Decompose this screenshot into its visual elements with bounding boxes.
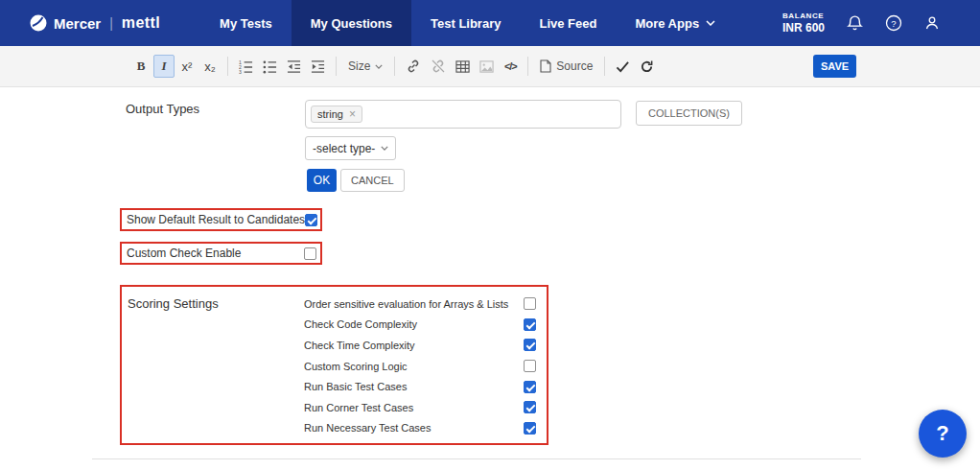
show-default-result-checkbox[interactable] [305, 214, 317, 226]
show-default-result-label: Show Default Result to Candidates [127, 213, 305, 226]
scoring-option-label: Run Necessary Test Cases [304, 422, 431, 434]
font-size-label: Size [348, 59, 370, 73]
annotation-box-show-default: Show Default Result to Candidates [120, 208, 322, 231]
cancel-button[interactable]: CANCEL [340, 169, 405, 192]
scoring-option-row: Custom Scoring Logic [304, 356, 536, 377]
nav-item-label: Live Feed [539, 16, 596, 31]
brand[interactable]: Mercer | mettl [29, 0, 160, 46]
scoring-option-checkbox[interactable] [524, 360, 536, 372]
nav-item-label: My Tests [220, 16, 272, 31]
annotation-box-scoring-settings: Scoring Settings Order sensitive evaluat… [120, 285, 548, 445]
scoring-option-checkbox[interactable] [524, 401, 536, 413]
editor-toolbar: B I x² x₂ 123 Size [0, 46, 980, 87]
font-size-dropdown[interactable]: Size [342, 55, 388, 78]
scoring-option-checkbox[interactable] [524, 422, 536, 435]
user-account-icon[interactable] [924, 15, 940, 31]
indent-icon[interactable] [307, 55, 329, 78]
nav-item-my-tests[interactable]: My Tests [200, 0, 292, 46]
chevron-down-icon [381, 146, 388, 151]
toolbar-separator [227, 57, 228, 76]
refresh-icon[interactable] [636, 55, 658, 78]
output-type-tag: string × [311, 106, 362, 123]
help-icon[interactable]: ? [885, 14, 902, 32]
link-icon[interactable] [402, 55, 425, 78]
outdent-icon[interactable] [283, 55, 305, 78]
superscript-button[interactable]: x² [176, 55, 198, 78]
image-icon[interactable] [476, 55, 498, 78]
scoring-option-row: Check Code Complexity [304, 315, 536, 336]
scoring-settings-label: Scoring Settings [128, 296, 219, 311]
svg-text:?: ? [891, 18, 896, 29]
scoring-option-row: Check Time Complexity [304, 335, 536, 356]
output-types-input[interactable]: string × [305, 100, 621, 129]
scoring-option-row: Order sensitive evaluation for Arrays & … [304, 294, 536, 315]
balance-value: INR 600 [782, 21, 825, 35]
scoring-option-label: Run Basic Test Cases [304, 381, 407, 392]
italic-button[interactable]: I [153, 55, 175, 78]
toolbar-separator [527, 57, 528, 76]
scoring-option-label: Run Corner Test Cases [304, 402, 413, 413]
scoring-option-label: Custom Scoring Logic [304, 361, 408, 372]
custom-check-enable-label: Custom Check Enable [127, 247, 241, 260]
nav-item-label: More Apps [635, 16, 699, 31]
nav-item-test-library[interactable]: Test Library [411, 0, 520, 46]
type-select-value: -select type- [313, 142, 375, 155]
tag-remove-icon[interactable]: × [349, 108, 356, 120]
nav-right: BALANCE INR 600 ? [782, 0, 980, 46]
bullet-list-icon[interactable] [259, 55, 281, 78]
scoring-option-checkbox[interactable] [524, 297, 536, 310]
brand-separator: | [109, 15, 113, 31]
table-icon[interactable] [452, 55, 474, 78]
svg-text:3: 3 [239, 69, 242, 74]
notifications-bell-icon[interactable] [847, 14, 863, 32]
mercer-logo-icon [29, 13, 48, 33]
toolbar-separator [336, 57, 337, 76]
save-button[interactable]: SAVE [813, 55, 856, 78]
balance-label: BALANCE [782, 12, 825, 21]
source-button[interactable]: Source [534, 55, 598, 78]
source-label: Source [556, 59, 593, 73]
scoring-option-label: Check Code Complexity [304, 318, 417, 330]
toolbar-separator [394, 57, 395, 76]
toolbar-separator [604, 57, 605, 76]
code-icon[interactable]: </> [500, 55, 521, 78]
scoring-option-label: Check Time Complexity [304, 340, 415, 351]
nav-item-more-apps[interactable]: More Apps [616, 0, 735, 46]
brand-mercer-text: Mercer [54, 15, 101, 32]
scoring-option-checkbox[interactable] [524, 339, 536, 351]
chevron-down-icon [706, 20, 715, 26]
content-bottom-divider [92, 458, 861, 459]
ok-button[interactable]: OK [307, 169, 337, 192]
scoring-option-row: Run Necessary Test Cases [304, 418, 536, 439]
page: Mercer | mettl My Tests My Questions Tes… [0, 0, 980, 470]
unlink-icon[interactable] [427, 55, 450, 78]
bold-button[interactable]: B [130, 55, 152, 78]
balance[interactable]: BALANCE INR 600 [782, 12, 825, 35]
main-nav: My Tests My Questions Test Library Live … [200, 0, 735, 46]
nav-item-label: Test Library [431, 16, 501, 31]
brand-mettl-text: mettl [122, 14, 160, 32]
scoring-option-checkbox[interactable] [524, 318, 536, 331]
scoring-option-label: Order sensitive evaluation for Arrays & … [304, 298, 508, 310]
chevron-down-icon [375, 64, 383, 69]
subscript-button[interactable]: x₂ [199, 55, 221, 78]
scoring-option-row: Run Corner Test Cases [304, 397, 536, 418]
scoring-options-list: Order sensitive evaluation for Arrays & … [304, 294, 536, 438]
nav-item-my-questions[interactable]: My Questions [292, 0, 411, 46]
annotation-box-custom-check: Custom Check Enable [120, 242, 322, 265]
help-fab-button[interactable]: ? [919, 410, 967, 458]
nav-item-label: My Questions [311, 16, 392, 31]
top-nav: Mercer | mettl My Tests My Questions Tes… [0, 0, 980, 46]
collections-button[interactable]: COLLECTION(S) [636, 101, 742, 126]
ordered-list-icon[interactable]: 123 [235, 55, 257, 78]
output-type-tag-label: string [317, 108, 343, 120]
scoring-option-checkbox[interactable] [524, 381, 536, 393]
scoring-option-row: Run Basic Test Cases [304, 376, 536, 397]
output-types-label: Output Types [126, 102, 199, 116]
document-icon [540, 59, 551, 73]
custom-check-enable-checkbox[interactable] [304, 247, 316, 260]
nav-item-live-feed[interactable]: Live Feed [520, 0, 616, 46]
spellcheck-icon[interactable] [612, 55, 634, 78]
type-select-dropdown[interactable]: -select type- [305, 136, 396, 160]
